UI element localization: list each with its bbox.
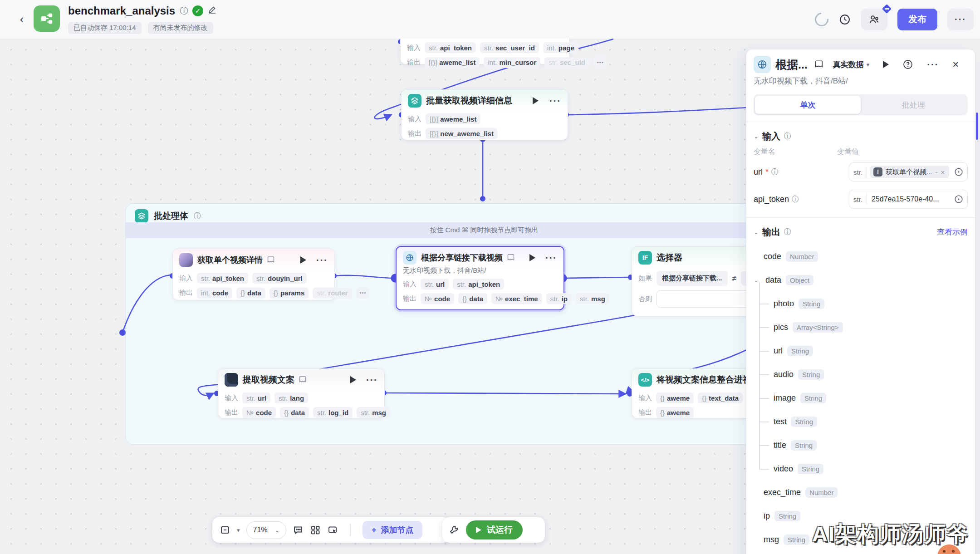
back-icon[interactable]: ‹ [15,13,28,25]
test-run-button[interactable]: 试运行 [466,520,523,539]
param-chip[interactable]: №code [242,407,276,418]
collaborators-button[interactable] [861,9,887,30]
reference-chip[interactable]: ! 获取单个视频... - × [870,166,949,178]
node-more-icon[interactable]: ··· [549,96,561,106]
panel-subtitle: 无水印视频下载，抖音/B站/ [746,75,975,92]
type-prefix[interactable]: str. [849,194,867,205]
url-value-input[interactable]: str. ! 获取单个视频... - × [849,162,968,181]
reference-text: 获取单个视频... [886,168,932,176]
param-chip[interactable]: str.api_token [425,42,476,53]
param-chip[interactable]: str.douyin_url [252,273,307,284]
param-chip[interactable]: str.sec_uid [544,57,589,68]
node-batch-video-details[interactable]: 批量获取视频详细信息 ··· 输入 [{}]aweme_list 输出 [{}]… [401,89,568,140]
data-mode-dropdown[interactable]: 真实数据 ▾ [833,59,870,70]
node-single-video-detail[interactable]: 获取单个视频详情 ··· 输入 str.api_tokenstr.douyin_… [172,249,335,300]
param-chip[interactable]: str.lang [274,392,308,403]
help-icon[interactable] [902,59,913,70]
param-chip[interactable]: int.min_cursor [484,57,540,68]
param-chip[interactable]: str.ip [546,293,572,304]
param-chip[interactable]: {}aweme [656,407,694,418]
node-more-icon[interactable]: ··· [366,375,378,385]
param-chip[interactable]: {}data [458,293,487,304]
wrench-icon[interactable] [449,525,460,535]
param-chip[interactable]: [{}]aweme_list [425,57,480,68]
param-chip[interactable]: str.router [313,288,352,299]
param-chip[interactable]: {}data [236,288,265,299]
info-icon[interactable]: ⓘ [194,211,201,221]
view-example-link[interactable]: 查看示例 [937,227,968,237]
param-chip[interactable]: int.page [543,42,578,53]
run-panel-icon[interactable] [883,61,889,68]
tab-batch[interactable]: 批处理 [861,96,966,114]
info-icon[interactable]: ⓘ [771,167,779,177]
param-chip[interactable]: [{}]new_aweme_list [426,128,498,139]
param-chip[interactable]: str.msg [357,407,390,418]
param-chip[interactable]: {}aweme [656,392,694,403]
auto-layout-icon[interactable] [310,525,321,535]
param-chip[interactable]: №exec_time [491,293,542,304]
plugin-avatar [403,251,416,265]
workflow-app-icon [34,5,60,32]
param-chip[interactable]: str.api_token [197,273,248,284]
node-download-by-link[interactable]: 根据分享链接下载视频 ··· 无水印视频下载，抖音/B站/ 输入 str.url… [396,246,564,310]
param-chip[interactable]: str.url [242,392,270,403]
comment-icon[interactable] [293,525,304,535]
run-node-icon[interactable] [300,256,306,264]
condition-left-chip[interactable]: 根据分享链接下载... [657,271,728,286]
param-chip[interactable]: str.log_id [313,407,353,418]
scrollbar-thumb[interactable] [976,113,978,140]
close-icon[interactable]: × [952,58,959,71]
output-name: data [765,275,781,285]
param-chip[interactable]: №code [421,293,454,304]
api-token-value-input[interactable]: str. 25d7ea15-570e-40... [849,190,968,209]
required-star: * [765,167,769,177]
more-params-chip[interactable]: ⋯ [593,57,607,68]
param-chip[interactable]: str.msg [576,293,609,304]
node-more-icon[interactable]: ··· [545,253,557,263]
info-icon[interactable]: ⓘ [784,227,791,237]
node-extract-text[interactable]: 提取视频文案 ··· 输入 str.urlstr.lang 输出 №code{}… [218,368,385,418]
clear-icon[interactable]: × [941,168,945,176]
param-chip[interactable]: str.sec_user_id [480,42,539,53]
output-item-test: testString [754,410,968,433]
not-equal-operator[interactable]: ≠ [732,274,736,283]
node-more-icon[interactable]: ··· [316,255,328,265]
data-mode-label: 真实数据 [833,59,864,70]
run-node-icon[interactable] [533,97,539,104]
type-prefix[interactable]: str. [849,167,867,177]
output-item-data[interactable]: ⌄dataObject [754,268,968,292]
param-chip[interactable]: {}params [270,288,309,299]
chevron-down-icon[interactable]: ▾ [237,527,240,534]
run-node-icon[interactable] [529,254,535,261]
select-frame-icon[interactable] [327,525,338,535]
more-params-chip[interactable]: ⋯ [356,287,369,299]
panel-more-icon[interactable]: ··· [927,59,939,70]
output-name: video [774,464,793,474]
output-item-photo: photoString [754,292,968,315]
info-icon[interactable]: ⓘ [784,132,791,141]
param-chip[interactable]: str.api_token [453,279,504,289]
more-menu-button[interactable]: ··· [947,9,974,30]
history-icon[interactable] [838,13,851,26]
chevron-down-icon[interactable]: ⌄ [754,277,761,284]
zoom-select[interactable]: 71% ⌄ [246,521,287,539]
type-badge: String [791,417,817,427]
param-chip[interactable]: int.code [197,288,232,299]
chevron-down-icon[interactable]: ⌄ [754,133,759,140]
reference-icon[interactable] [954,167,964,177]
edit-title-icon[interactable] [208,5,217,17]
autosave-badge: 已自动保存 17:00:14 [68,22,142,34]
param-chip[interactable]: {}data [280,407,309,418]
title-info-icon[interactable]: ⓘ [180,5,188,16]
tab-single[interactable]: 单次 [755,96,861,114]
publish-button[interactable]: 发布 [897,9,937,30]
info-icon[interactable]: ⓘ [792,195,799,204]
add-node-button[interactable]: + 添加节点 [363,521,423,539]
run-node-icon[interactable] [350,376,356,383]
minimap-icon[interactable] [220,525,230,535]
param-chip[interactable]: str.url [421,279,449,289]
param-chip[interactable]: {}text_data [698,392,743,403]
chevron-down-icon[interactable]: ⌄ [754,229,759,235]
param-chip[interactable]: [{}]aweme_list [426,113,480,124]
reference-icon[interactable] [954,194,964,204]
